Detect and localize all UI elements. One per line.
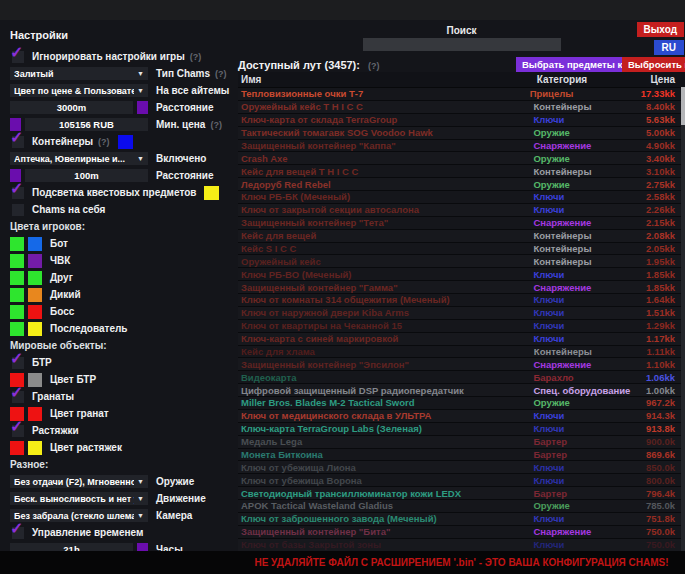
checkbox[interactable]: [12, 204, 24, 216]
color-swatch[interactable]: [28, 254, 42, 268]
checkbox[interactable]: ✓: [12, 425, 24, 437]
table-row[interactable]: Кейс для вещей T H I C CКонтейнеры3.10kk: [238, 165, 685, 178]
checkbox[interactable]: ✓: [12, 187, 24, 199]
sidebar-row: Разное:: [10, 456, 235, 473]
dropdown[interactable]: Аптечка, Ювелирные и...▼: [10, 152, 148, 165]
search-input[interactable]: [363, 38, 561, 51]
table-row[interactable]: Защищенный контейнер "Эпсилон"Снаряжение…: [238, 358, 685, 371]
footer-strip: НЕ УДАЛЯЙТЕ ФАЙЛ С РАСШИРЕНИЕМ '.bin' - …: [0, 551, 685, 574]
table-row[interactable]: Ключ от базы Закрытой зоныКлючи750.0k: [238, 539, 685, 551]
loot-name-cell: Ключ от медицинского склада в УЛЬТРА: [238, 410, 533, 421]
color-swatch[interactable]: [10, 271, 24, 285]
table-row[interactable]: Crash AxeОружие3.40kk: [238, 152, 685, 165]
value-input[interactable]: 105156 RUB: [25, 118, 148, 131]
color-swatch[interactable]: [28, 237, 42, 251]
checkbox[interactable]: ✓: [12, 391, 24, 403]
table-row[interactable]: Ключ-карта TerraGroup Labs (Зеленая)Ключ…: [238, 423, 685, 436]
table-row[interactable]: APOK Tactical Wasteland GladiusОружие785…: [238, 500, 685, 513]
exit-button[interactable]: Выход: [637, 22, 684, 37]
color-swatch[interactable]: [118, 135, 133, 149]
dropdown[interactable]: Без отдачи (F2), Мгновенное п▼: [10, 475, 148, 488]
dropdown[interactable]: Цвет по цене & Пользователь▼: [10, 84, 148, 97]
table-row[interactable]: Ключ РБ-ВО (Меченый)Ключи1.85kk: [238, 268, 685, 281]
table-row[interactable]: Тепловизионные очки Т-7Прицелы17.33kk: [238, 88, 685, 101]
loot-price-cell: 1.64kk: [646, 294, 685, 305]
loot-table: Имя Категория Цена Тепловизионные очки Т…: [238, 72, 685, 551]
color-swatch[interactable]: [204, 186, 219, 200]
table-row[interactable]: ВидеокартаБарахло1.06kk: [238, 371, 685, 384]
table-row[interactable]: Ледоруб Red RebelОружие2.75kk: [238, 178, 685, 191]
chevron-down-icon: ▼: [137, 70, 144, 77]
color-swatch[interactable]: [10, 305, 24, 319]
table-row[interactable]: Медаль LegaБартер900.0k: [238, 436, 685, 449]
color-swatch[interactable]: [28, 441, 42, 455]
color-swatch[interactable]: [137, 101, 148, 114]
color-swatch[interactable]: [28, 288, 42, 302]
input-label: Мин. цена: [156, 119, 205, 130]
hint-icon: (?): [210, 120, 222, 130]
color-swatch[interactable]: [10, 288, 24, 302]
loot-category-cell: Спец. оборудование: [533, 385, 645, 396]
table-row[interactable]: Оружейный кейс T H I C CКонтейнеры8.40kk: [238, 101, 685, 114]
checkbox[interactable]: ✓: [12, 51, 24, 63]
loot-category-cell: Снаряжение: [533, 359, 645, 370]
color-swatch[interactable]: [10, 254, 24, 268]
loot-name-cell: Ключ от наружной двери Kiba Arms: [238, 307, 533, 318]
table-row[interactable]: Защищенный контейнер "Каппа"Снаряжение4.…: [238, 140, 685, 153]
table-scrollbar-track[interactable]: [681, 87, 685, 551]
loot-name-cell: Медаль Lega: [238, 436, 533, 447]
table-scrollbar-thumb[interactable]: [681, 87, 685, 125]
checkbox-label: Управление временем: [32, 527, 143, 538]
table-row[interactable]: Цифровой защищенный DSP радиопередатчикС…: [238, 384, 685, 397]
table-row[interactable]: Ключ от заброшенного завода (Меченый)Клю…: [238, 513, 685, 526]
table-row[interactable]: Ключ РБ-БК (Меченый)Ключи2.58kk: [238, 191, 685, 204]
checkbox[interactable]: ✓: [12, 527, 24, 539]
loot-price-cell: 1.29kk: [646, 320, 685, 331]
table-row[interactable]: Ключ-карта с синей маркировкойКлючи1.17k…: [238, 333, 685, 346]
color-swatch[interactable]: [28, 373, 42, 387]
color-swatch[interactable]: [10, 441, 24, 455]
dropdown[interactable]: Беск. выносливость и нет уста▼: [10, 492, 148, 505]
colorpair-label: Цвет БТР: [50, 374, 96, 385]
loot-category-cell: Ключи: [533, 114, 645, 125]
dropdown[interactable]: Без забрала (стекло шлема)▼: [10, 509, 148, 522]
table-row[interactable]: Ключ от закрытой секции автосалонаКлючи2…: [238, 204, 685, 217]
value-input[interactable]: 3000m: [10, 101, 133, 114]
table-row[interactable]: Ключ от наружной двери Kiba ArmsКлючи1.5…: [238, 307, 685, 320]
color-swatch[interactable]: [28, 322, 42, 336]
checkbox[interactable]: ✓: [12, 136, 24, 148]
table-row[interactable]: Кейс S I C CКонтейнеры2.05kk: [238, 243, 685, 256]
table-row[interactable]: Светодиодный трансиллюминатор кожи LEDXБ…: [238, 487, 685, 500]
table-row[interactable]: Защищенный контейнер "Тета"Снаряжение2.1…: [238, 217, 685, 230]
color-swatch[interactable]: [28, 271, 42, 285]
table-row[interactable]: Ключ от убежища ЛионаКлючи850.0k: [238, 461, 685, 474]
dropdown-value: Залитый: [14, 69, 54, 79]
loot-name-cell: APOK Tactical Wasteland Gladius: [238, 500, 533, 511]
table-row[interactable]: Ключ от комнаты 314 общежития (Меченый)К…: [238, 294, 685, 307]
table-row[interactable]: Защищенный контейнер "Гамма"Снаряжение1.…: [238, 281, 685, 294]
table-row[interactable]: Ключ от убежища ВоронаКлючи800.0k: [238, 474, 685, 487]
table-row[interactable]: Ключ от квартиры на Чеканной 15Ключи1.29…: [238, 320, 685, 333]
table-row[interactable]: Кейс для вещейКонтейнеры2.08kk: [238, 230, 685, 243]
color-swatch[interactable]: [10, 237, 24, 251]
table-row[interactable]: Ключ-карта от склада TerraGroupКлючи5.63…: [238, 114, 685, 127]
color-swatch[interactable]: [28, 305, 42, 319]
value-input[interactable]: 100m: [25, 169, 148, 182]
checkbox[interactable]: ✓: [12, 357, 24, 369]
table-row[interactable]: Miller Bros. Blades M-2 Tactical SwordОр…: [238, 397, 685, 410]
table-row[interactable]: Кейс для хламаКонтейнеры1.11kk: [238, 346, 685, 359]
table-row[interactable]: Ключ от медицинского склада в УЛЬТРАКлюч…: [238, 410, 685, 423]
dropdown[interactable]: Залитый▼: [10, 67, 148, 80]
column-header-name: Имя: [238, 74, 537, 85]
language-button[interactable]: RU: [654, 40, 684, 55]
sidebar-row: Цвет гранат: [10, 405, 235, 422]
color-swatch[interactable]: [10, 322, 24, 336]
loot-category-cell: Ключи: [533, 307, 645, 318]
color-swatch[interactable]: [28, 407, 42, 421]
table-row[interactable]: Тактический томагавк SOG Voodoo HawkОруж…: [238, 127, 685, 140]
table-row[interactable]: Защищенный контейнер "Бита"Снаряжение750…: [238, 526, 685, 539]
sidebar-row: Аптечка, Ювелирные и...▼Включено: [10, 150, 235, 167]
drop-all-button[interactable]: Выбросить все: [622, 57, 685, 72]
table-row[interactable]: Монета БиткоинаБартер869.6k: [238, 449, 685, 462]
table-row[interactable]: Оружейный кейсКонтейнеры1.95kk: [238, 255, 685, 268]
